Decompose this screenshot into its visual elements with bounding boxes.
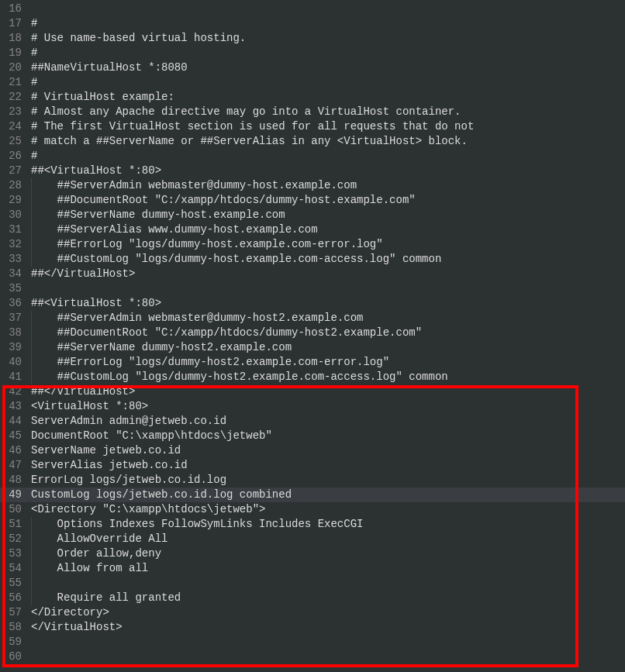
code-line[interactable]: 18# Use name-based virtual hosting.: [0, 31, 625, 46]
code-line[interactable]: 58</VirtualHost>: [0, 620, 625, 635]
code-line[interactable]: 53 Order allow,deny: [0, 546, 625, 561]
line-content[interactable]: ServerAdmin admin@jetweb.co.id: [31, 414, 625, 429]
code-line[interactable]: 44ServerAdmin admin@jetweb.co.id: [0, 414, 625, 429]
code-line[interactable]: 20##NameVirtualHost *:8080: [0, 60, 625, 75]
code-line[interactable]: 33 ##CustomLog "logs/dummy-host.example.…: [0, 252, 625, 267]
line-content[interactable]: Allow from all: [31, 561, 625, 576]
line-number: 57: [0, 605, 31, 620]
line-content[interactable]: #: [31, 75, 625, 90]
code-line[interactable]: 42##</VirtualHost>: [0, 384, 625, 399]
line-content[interactable]: </Directory>: [31, 605, 625, 620]
code-line[interactable]: 56 Require all granted: [0, 591, 625, 605]
line-content[interactable]: [31, 576, 625, 591]
line-content[interactable]: ServerAlias jetweb.co.id: [31, 458, 625, 473]
line-content[interactable]: ##DocumentRoot "C:/xampp/htdocs/dummy-ho…: [31, 326, 625, 340]
line-content[interactable]: ##ServerAdmin webmaster@dummy-host2.exam…: [31, 311, 625, 326]
code-line[interactable]: 41 ##CustomLog "logs/dummy-host2.example…: [0, 370, 625, 384]
code-line[interactable]: 43<VirtualHost *:80>: [0, 399, 625, 414]
code-line[interactable]: 51 Options Indexes FollowSymLinks Includ…: [0, 517, 625, 532]
line-content[interactable]: ##<VirtualHost *:80>: [31, 296, 625, 311]
line-content[interactable]: <Directory "C:\xampp\htdocs\jetweb">: [31, 502, 625, 517]
line-content[interactable]: [31, 650, 625, 664]
code-line[interactable]: 35: [0, 281, 625, 296]
line-content[interactable]: #: [31, 149, 625, 164]
code-line[interactable]: 27##<VirtualHost *:80>: [0, 164, 625, 178]
line-content[interactable]: ErrorLog logs/jetweb.co.id.log: [31, 473, 625, 488]
line-content[interactable]: ##ServerName dummy-host.example.com: [31, 208, 625, 222]
line-number: 41: [0, 370, 31, 384]
line-content[interactable]: ServerName jetweb.co.id: [31, 443, 625, 458]
line-content[interactable]: [31, 2, 625, 16]
line-content[interactable]: # match a ##ServerName or ##ServerAlias …: [31, 134, 625, 149]
code-line[interactable]: 54 Allow from all: [0, 561, 625, 576]
code-line[interactable]: 17#: [0, 16, 625, 31]
line-content[interactable]: # Use name-based virtual hosting.: [31, 31, 625, 46]
code-line[interactable]: 59: [0, 635, 625, 650]
line-number: 38: [0, 326, 31, 340]
line-content[interactable]: ##</VirtualHost>: [31, 384, 625, 399]
line-content[interactable]: CustomLog logs/jetweb.co.id.log combined: [31, 488, 625, 502]
line-content[interactable]: ##</VirtualHost>: [31, 267, 625, 281]
line-content[interactable]: AllowOverride All: [31, 532, 625, 546]
code-line[interactable]: 29 ##DocumentRoot "C:/xampp/htdocs/dummy…: [0, 193, 625, 208]
code-line[interactable]: 48ErrorLog logs/jetweb.co.id.log: [0, 473, 625, 488]
code-line[interactable]: 25# match a ##ServerName or ##ServerAlia…: [0, 134, 625, 149]
line-content[interactable]: [31, 281, 625, 296]
code-line[interactable]: 39 ##ServerName dummy-host2.example.com: [0, 340, 625, 355]
code-line[interactable]: 55: [0, 576, 625, 591]
line-content[interactable]: ##CustomLog "logs/dummy-host.example.com…: [31, 252, 625, 267]
code-line[interactable]: 47ServerAlias jetweb.co.id: [0, 458, 625, 473]
line-content[interactable]: ##NameVirtualHost *:8080: [31, 60, 625, 75]
line-content[interactable]: </VirtualHost>: [31, 620, 625, 635]
line-content[interactable]: ##ServerAlias www.dummy-host.example.com: [31, 222, 625, 237]
line-content[interactable]: #: [31, 46, 625, 60]
line-content[interactable]: ##ErrorLog "logs/dummy-host.example.com-…: [31, 237, 625, 252]
line-content[interactable]: Require all granted: [31, 591, 625, 605]
code-line[interactable]: 32 ##ErrorLog "logs/dummy-host.example.c…: [0, 237, 625, 252]
line-content[interactable]: # The first VirtualHost section is used …: [31, 119, 625, 134]
line-content[interactable]: ##<VirtualHost *:80>: [31, 164, 625, 178]
code-line[interactable]: 16: [0, 2, 625, 16]
code-line[interactable]: 57</Directory>: [0, 605, 625, 620]
code-line[interactable]: 34##</VirtualHost>: [0, 267, 625, 281]
code-line[interactable]: 22# VirtualHost example:: [0, 90, 625, 105]
line-content[interactable]: DocumentRoot "C:\xampp\htdocs\jetweb": [31, 429, 625, 443]
line-content[interactable]: #: [31, 16, 625, 31]
line-content[interactable]: # Almost any Apache directive may go int…: [31, 105, 625, 119]
code-line[interactable]: 38 ##DocumentRoot "C:/xampp/htdocs/dummy…: [0, 326, 625, 340]
code-line[interactable]: 28 ##ServerAdmin webmaster@dummy-host.ex…: [0, 178, 625, 193]
line-content[interactable]: ##CustomLog "logs/dummy-host2.example.co…: [31, 370, 625, 384]
code-line[interactable]: 40 ##ErrorLog "logs/dummy-host2.example.…: [0, 355, 625, 370]
line-number: 52: [0, 532, 31, 546]
line-content[interactable]: Options Indexes FollowSymLinks Includes …: [31, 517, 625, 532]
line-content[interactable]: Order allow,deny: [31, 546, 625, 561]
line-content[interactable]: # VirtualHost example:: [31, 90, 625, 105]
code-line[interactable]: 45DocumentRoot "C:\xampp\htdocs\jetweb": [0, 429, 625, 443]
code-line[interactable]: 23# Almost any Apache directive may go i…: [0, 105, 625, 119]
line-number: 49: [0, 488, 31, 502]
code-line[interactable]: 19#: [0, 46, 625, 60]
code-line[interactable]: 49CustomLog logs/jetweb.co.id.log combin…: [0, 488, 625, 502]
code-line[interactable]: 31 ##ServerAlias www.dummy-host.example.…: [0, 222, 625, 237]
line-content[interactable]: ##ServerAdmin webmaster@dummy-host.examp…: [31, 178, 625, 193]
line-content[interactable]: ##ErrorLog "logs/dummy-host2.example.com…: [31, 355, 625, 370]
code-line[interactable]: 21#: [0, 75, 625, 90]
line-content[interactable]: ##ServerName dummy-host2.example.com: [31, 340, 625, 355]
code-line[interactable]: 26#: [0, 149, 625, 164]
line-number: 33: [0, 252, 31, 267]
line-number: 40: [0, 355, 31, 370]
code-line[interactable]: 36##<VirtualHost *:80>: [0, 296, 625, 311]
code-line[interactable]: 52 AllowOverride All: [0, 532, 625, 546]
code-line[interactable]: 24# The first VirtualHost section is use…: [0, 119, 625, 134]
line-content[interactable]: [31, 635, 625, 650]
code-line[interactable]: 30 ##ServerName dummy-host.example.com: [0, 208, 625, 222]
code-line[interactable]: 46ServerName jetweb.co.id: [0, 443, 625, 458]
line-content[interactable]: ##DocumentRoot "C:/xampp/htdocs/dummy-ho…: [31, 193, 625, 208]
line-number: 44: [0, 414, 31, 429]
code-line[interactable]: 37 ##ServerAdmin webmaster@dummy-host2.e…: [0, 311, 625, 326]
code-editor[interactable]: 1617#18# Use name-based virtual hosting.…: [0, 0, 625, 664]
line-number: 43: [0, 399, 31, 414]
code-line[interactable]: 50<Directory "C:\xampp\htdocs\jetweb">: [0, 502, 625, 517]
code-line[interactable]: 60: [0, 650, 625, 664]
line-content[interactable]: <VirtualHost *:80>: [31, 399, 625, 414]
